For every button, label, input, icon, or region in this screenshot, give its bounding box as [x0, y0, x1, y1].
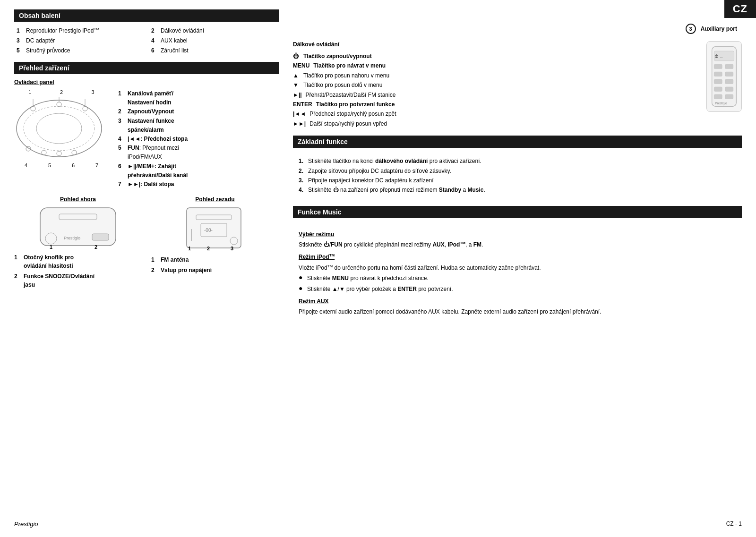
item-text: |◄◄: Předchozí stopa: [128, 135, 188, 144]
remote-label: Dálkové ovládání: [293, 41, 697, 48]
section-obsah-baleni: Obsah balení 1 Reproduktor Prestigio iPo…: [14, 9, 279, 55]
item-num: 2: [14, 272, 21, 281]
num-3: 3: [92, 89, 94, 95]
svg-text:-00-: -00-: [204, 228, 213, 233]
list-item: 6 Záruční list: [151, 46, 276, 55]
bullet-icon: ●: [299, 273, 304, 283]
left-column: Obsah balení 1 Reproduktor Prestigio iPo…: [14, 9, 279, 325]
item-text: Vstup pro napájení: [161, 266, 212, 274]
list-item: 3 DC adaptér: [17, 36, 142, 45]
item-num: 4: [118, 135, 125, 144]
basic-item-1: 1. Stiskněte tlačítko na konci dálkového…: [299, 156, 736, 166]
aux-port-row: 3 Auxiliary port: [293, 24, 742, 34]
basic-item-3: 3. Připojte napájecí konektor DC adaptér…: [299, 176, 736, 185]
remote-svg: ⏻ ... Prestigio: [709, 44, 739, 109]
svg-rect-20: [187, 208, 241, 248]
item-text: Nastavení funkcespánek/alarm: [128, 117, 174, 135]
item-num: 6: [151, 46, 158, 55]
basic-items: 1. Stiskněte tlačítko na konci dálkového…: [293, 153, 742, 199]
svg-point-0: [17, 100, 102, 157]
remote-items: Dálkové ovládání ⏻ Tlačítko zapnout/vypn…: [293, 41, 697, 128]
panel-item-3: 3 Nastavení funkcespánek/alarm: [118, 117, 279, 135]
content-list: 1 Reproduktor Prestigio iPodTM 2 Dálkové…: [14, 26, 279, 55]
num-6: 6: [72, 162, 75, 168]
item-num: 1: [14, 253, 21, 262]
music-sub1: Výběr režimu: [299, 230, 736, 239]
remote-item-enter: ENTER Tlačítko pro potvrzení funkce: [293, 100, 697, 109]
num-4: 4: [25, 162, 27, 168]
num-2: 2: [60, 89, 63, 95]
item-text: AUX kabel: [161, 36, 188, 45]
remote-key-power: ⏻: [293, 51, 300, 61]
item-num: 2.: [299, 166, 305, 176]
item-text: Stiskněte ⏻ na zařízení pro přepnutí mez…: [308, 185, 485, 195]
section-prehled: Přehled zařízení Ovládací panel 1 2 3: [14, 62, 279, 291]
item-text: Záruční list: [161, 46, 189, 55]
svg-text:1: 1: [50, 244, 52, 250]
num-7: 7: [95, 162, 98, 168]
svg-rect-39: [725, 87, 733, 91]
ovladaci-panel: Ovládací panel 1 2 3: [14, 79, 279, 189]
music-p3: Připojte externí audio zařízení pomocí d…: [299, 307, 736, 316]
item-num: 2: [118, 107, 125, 116]
svg-text:3: 3: [231, 246, 233, 251]
music-sub3: Režim AUX: [299, 297, 736, 306]
remote-text: Tlačítko pro posun nahoru v menu: [303, 71, 389, 80]
bullet-icon: ●: [299, 284, 304, 294]
item-num: 7: [118, 180, 125, 189]
top-view-block: Pohled shora Pre: [14, 196, 142, 291]
svg-point-3: [31, 106, 35, 111]
footer-page: CZ - 1: [726, 520, 742, 528]
svg-text:2: 2: [94, 244, 97, 250]
device-diagram: 1 2 3: [14, 89, 109, 168]
item-text: Otočný knoflík proovládání hlasitosti: [24, 253, 74, 270]
svg-rect-41: [725, 94, 733, 99]
section-zakladni: Základní funkce 1. Stiskněte tlačítko na…: [293, 136, 742, 199]
remote-key-prev: |◄◄: [293, 109, 306, 119]
music-bullet1: ● Stiskněte MENU pro návrat k předchozí …: [299, 273, 736, 283]
section-obsah-title: Obsah balení: [14, 9, 279, 22]
remote-text: Tlačítko pro potvrzení funkce: [316, 100, 395, 109]
music-sub2: Režim iPodTM: [299, 252, 736, 262]
svg-point-2: [36, 113, 82, 144]
list-item: 2 Dálkové ovládání: [151, 26, 276, 35]
remote-key-next: ►►|: [293, 119, 306, 128]
item-text: Stiskněte tlačítko na konci dálkového ov…: [308, 156, 481, 166]
back-view-block: Pohled zezadu -00-: [151, 196, 279, 291]
panel-item-7: 7 ►►|: Další stopa: [118, 180, 279, 189]
basic-item-2: 2. Zapojte síťovou přípojku DC adaptéru …: [299, 166, 736, 176]
bullet-text: Stiskněte ▲/▼ pro výběr položek a ENTER …: [307, 284, 453, 294]
remote-text: Tlačítko zapnout/vypnout: [303, 51, 372, 61]
views-section: Pohled shora Pre: [14, 196, 279, 291]
item-text: Funkce SNOOZE/Ovládáníjasu: [24, 272, 94, 289]
remote-key-up: ▲: [293, 71, 300, 80]
item-text: Dálkové ovládání: [161, 26, 204, 35]
svg-rect-32: [714, 64, 722, 68]
item-num: 1: [151, 256, 158, 264]
bullet-text: Stiskněte MENU pro návrat k předchozí st…: [307, 273, 429, 283]
list-item: 4 AUX kabel: [151, 36, 276, 45]
section-prehled-title: Přehled zařízení: [14, 62, 279, 74]
cz-badge: CZ: [724, 0, 756, 18]
item-num: 2: [151, 266, 158, 274]
remote-item-menu: MENU Tlačítko pro návrat v menu: [293, 61, 697, 70]
remote-item-power: ⏻ Tlačítko zapnout/vypnout: [293, 51, 697, 61]
item-num: 3: [17, 36, 23, 45]
device-svg: [14, 97, 104, 161]
bottom-item-1: 1 Otočný knoflík proovládání hlasitosti: [14, 253, 142, 270]
music-bullet2: ● Stiskněte ▲/▼ pro výběr položek a ENTE…: [299, 284, 736, 294]
svg-point-1: [24, 106, 94, 151]
back-view-title: Pohled zezadu: [151, 196, 279, 203]
diagram-top-nums: 1 2 3: [14, 89, 109, 95]
back-item-2: 2 Vstup pro napájení: [151, 266, 279, 274]
remote-text: Předchozí stopa/rychlý posun zpět: [309, 109, 396, 119]
back-view-container: -00- 1 2 3: [151, 205, 279, 253]
bottom-item-2: 2 Funkce SNOOZE/Ovládáníjasu: [14, 272, 142, 289]
top-view-items: 1 Otočný knoflík proovládání hlasitosti …: [14, 253, 142, 289]
svg-text:1: 1: [188, 246, 191, 251]
num-5: 5: [48, 162, 51, 168]
item-text: Zapojte síťovou přípojku DC adaptéru do …: [308, 166, 451, 176]
item-num: 5: [118, 144, 125, 153]
item-num: 1: [17, 26, 23, 35]
item-num: 6: [118, 162, 125, 171]
